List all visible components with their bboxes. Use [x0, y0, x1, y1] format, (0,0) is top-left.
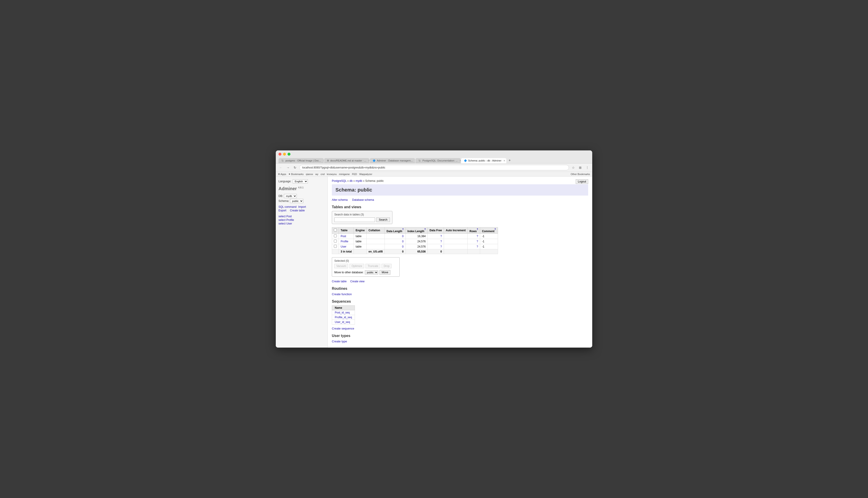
add-tab-button[interactable]: + [507, 157, 512, 163]
forward-button[interactable]: → [285, 165, 291, 170]
sidebar-item-create-table[interactable]: Create table [290, 209, 305, 212]
bookmark-wy[interactable]: wy [315, 173, 318, 175]
row-index-length: 24,576 [406, 244, 428, 249]
truncate-button[interactable]: Truncate [366, 264, 380, 268]
rows-help[interactable]: ? [477, 228, 478, 231]
data-free-link[interactable]: ? [440, 235, 442, 238]
extensions-icon[interactable]: ⊞ [578, 165, 583, 170]
vacuum-button[interactable]: Vacuum [334, 264, 348, 268]
tab-close-icon[interactable]: ✕ [323, 159, 324, 162]
create-function-link[interactable]: Create function [332, 292, 352, 296]
sidebar-item-select-post[interactable]: select Post [279, 215, 325, 218]
seq-link-post[interactable]: Post_id_seq [335, 311, 350, 314]
tab-close-icon[interactable]: ✕ [415, 159, 415, 162]
tab-readme[interactable]: ⚙ docs/README.md at master · ... ✕ [324, 158, 369, 163]
row-checkbox-user[interactable] [334, 245, 337, 248]
bookmark-label: Other Bookmarks [571, 173, 590, 175]
bookmark-bookmarks[interactable]: ★ Bookmarks [289, 173, 304, 175]
tab-favicon: 🔷 [464, 159, 467, 162]
seq-link-profile[interactable]: Profile_id_seq [335, 316, 352, 319]
index-length-help[interactable]: ? [424, 228, 426, 231]
rows-link[interactable]: ? [476, 245, 478, 248]
data-length-help[interactable]: ? [402, 228, 404, 231]
move-db-select[interactable]: public [365, 270, 378, 274]
col-rows: Rows? [468, 227, 480, 234]
select-all-checkbox[interactable] [334, 228, 337, 232]
alter-schema-link[interactable]: Alter schema [332, 198, 348, 201]
breadcrumb-postgresql[interactable]: PostgreSQL [332, 179, 346, 183]
create-table-action[interactable]: Create table [332, 280, 346, 283]
data-length-link[interactable]: 0 [402, 245, 404, 248]
menu-icon[interactable]: ⋮ [585, 165, 590, 170]
bookmark-star-icon[interactable]: ☆ [571, 165, 576, 170]
sidebar-item-select-profile[interactable]: select Profile [279, 219, 325, 222]
rows-link[interactable]: ? [476, 240, 478, 243]
table-link-user[interactable]: User [341, 245, 346, 248]
create-sequence-link[interactable]: Create sequence [332, 327, 354, 330]
row-rows: ? [468, 244, 480, 249]
data-free-link[interactable]: ? [440, 245, 442, 248]
row-checkbox [332, 234, 339, 239]
bookmark-fed[interactable]: FED [352, 173, 357, 175]
move-button[interactable]: Move [380, 270, 390, 275]
seq-link-user[interactable]: User_id_seq [335, 320, 350, 324]
maximize-dot[interactable] [288, 153, 291, 156]
minimize-dot[interactable] [283, 153, 286, 156]
bookmark-label: qianxx [306, 173, 313, 175]
row-checkbox-profile[interactable] [334, 240, 337, 243]
search-button[interactable]: Search [376, 218, 390, 222]
table-link-profile[interactable]: Profile [341, 240, 348, 243]
create-view-action[interactable]: Create view [350, 280, 365, 283]
create-type-link[interactable]: Create type [332, 340, 347, 343]
tab-close-icon[interactable]: ✕ [460, 159, 461, 162]
rows-link[interactable]: ? [476, 235, 478, 238]
bookmark-knowyou[interactable]: knowyou [327, 173, 336, 175]
db-select[interactable]: mydb [284, 194, 297, 198]
tab-pg-docs[interactable]: 🐘 PostgreSQL: Documentation: ... ✕ [416, 158, 461, 163]
optimize-button[interactable]: Optimize [349, 264, 364, 268]
tab-close-icon[interactable]: ✕ [503, 159, 505, 162]
tab-close-icon[interactable]: ✕ [368, 159, 369, 162]
search-input[interactable] [334, 218, 375, 222]
data-length-link[interactable]: 0 [402, 240, 404, 243]
back-button[interactable]: ← [278, 165, 283, 170]
tab-postgres-docs[interactable]: 🐘 postgres - Official Image | Doc... ✕ [279, 158, 324, 163]
breadcrumb-db[interactable]: db [349, 179, 353, 183]
drop-button[interactable]: Drop [382, 264, 392, 268]
row-engine: table [354, 244, 367, 249]
tab-adminer[interactable]: 🔷 Adminer - Database managem... ✕ [370, 158, 415, 163]
close-dot[interactable] [279, 153, 281, 156]
database-schema-link[interactable]: Database schema [352, 198, 374, 201]
language-select[interactable]: English [293, 179, 308, 183]
total-collation: en_US.utf8 [367, 249, 385, 254]
search-box: Search data in tables (3) Search [332, 211, 392, 224]
bookmark-wappalyzer[interactable]: Wappalyzer [359, 173, 372, 175]
sidebar-item-export[interactable]: Export [279, 209, 286, 212]
row-checkbox [332, 239, 339, 244]
tab-schema-public[interactable]: 🔷 Schema: public - db - Adminer ✕ [461, 158, 506, 163]
bookmark-apps[interactable]: ⊞ Apps [278, 173, 286, 175]
total-label: 3 in total [339, 249, 354, 254]
reload-button[interactable]: ↻ [293, 165, 297, 170]
sidebar-item-import[interactable]: Import [298, 205, 306, 208]
bookmark-cnd[interactable]: cnd [320, 173, 324, 175]
row-checkbox-post[interactable] [334, 234, 337, 237]
breadcrumb-mydb[interactable]: mydb [356, 179, 362, 183]
sidebar-item-select-user[interactable]: select User [279, 222, 325, 225]
breadcrumb-sep-1: » [347, 179, 349, 183]
selected-box: Selected (0) Vacuum Optimize Truncate Dr… [332, 257, 400, 277]
logout-button[interactable]: Logout [576, 179, 588, 184]
table-link-post[interactable]: Post [341, 235, 346, 238]
bookmark-minigame[interactable]: minigame [339, 173, 350, 175]
bookmark-other[interactable]: Other Bookmarks [571, 173, 590, 175]
data-free-link[interactable]: ? [440, 240, 442, 243]
url-bar[interactable]: localhost:8080/?pgsql=db&username=postgr… [299, 165, 569, 170]
bookmark-qianxx[interactable]: qianxx [306, 173, 313, 175]
sidebar-item-sql-command[interactable]: SQL command [279, 205, 296, 208]
data-length-link[interactable]: 0 [402, 235, 404, 238]
table-header-row: Table Engine Collation Data Length? Inde… [332, 227, 498, 234]
schema-select[interactable]: public [290, 199, 303, 203]
seq-name: User_id_seq [332, 320, 355, 325]
row-index-length: 16,384 [406, 234, 428, 239]
comment-help[interactable]: ? [494, 228, 496, 231]
